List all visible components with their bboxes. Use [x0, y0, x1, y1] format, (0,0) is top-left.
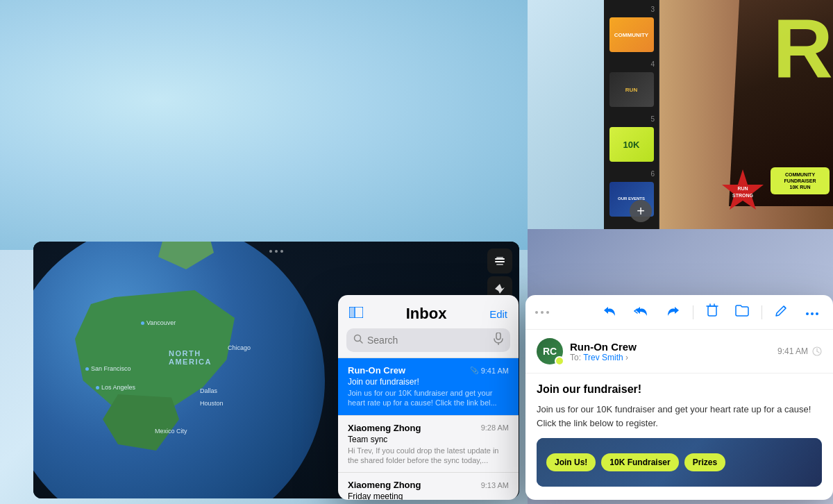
svg-rect-6: [496, 264, 503, 265]
svg-rect-12: [496, 333, 500, 339]
mail-detail-toolbar: [525, 295, 833, 330]
maps-menu-dots[interactable]: [269, 250, 283, 253]
svg-point-19: [806, 312, 809, 315]
city-label-chicago: Chicago: [228, 344, 251, 351]
search-icon: [353, 334, 363, 346]
mail-detail-panel: RC Run-On Crew To: Trev Smith › 9:41 AM: [525, 295, 833, 500]
slide-number-4: 4: [604, 55, 659, 69]
mail-search-bar[interactable]: [346, 328, 510, 352]
svg-rect-5: [496, 257, 503, 258]
attachment-icon-1: 📎: [470, 367, 478, 374]
svg-point-20: [811, 312, 814, 315]
design-big-letter: R: [773, 7, 833, 90]
north-america-label: NORTHAMERICA: [169, 349, 212, 366]
email-time-3: 9:13 AM: [481, 481, 509, 489]
email-subject-1: Join our fundraiser!: [348, 377, 509, 387]
greenland-land: [158, 242, 214, 269]
sender-initials: RC: [543, 346, 557, 357]
svg-line-24: [817, 351, 819, 353]
folder-button[interactable]: [731, 303, 753, 321]
city-label-houston: Houston: [200, 400, 224, 407]
email-subject-2: Team sync: [348, 435, 509, 444]
email-preview-1: Join us for our 10K fundraiser and get y…: [348, 388, 509, 408]
svg-point-21: [816, 312, 818, 315]
mail-inbox-panel: Inbox Edit Run-On Crew 📎: [338, 295, 519, 500]
mail-inbox-header: Inbox Edit: [338, 295, 519, 328]
slide-number-5: 5: [604, 110, 659, 124]
mail-detail-header: RC Run-On Crew To: Trev Smith › 9:41 AM: [525, 330, 833, 373]
email-subject-3: Friday meeting: [348, 492, 509, 500]
search-input[interactable]: [367, 335, 489, 346]
svg-text:RUN: RUN: [737, 186, 748, 191]
toolbar-separator-2: [762, 305, 762, 319]
email-item-3[interactable]: Xiaomeng Zhong 9:13 AM Friday meeting: [338, 472, 519, 500]
email-list: Run-On Crew 📎 9:41 AM Join our fundraise…: [338, 358, 519, 500]
email-body-text: Join us for our 10K fundraiser and get y…: [537, 403, 822, 430]
city-label-dallas: Dallas: [200, 387, 217, 394]
mail-detail-body: Join our fundraiser! Join us for our 10K…: [525, 373, 833, 500]
sender-info: Run-On Crew To: Trev Smith ›: [570, 341, 637, 362]
tag-10k: 10K Fundraiser: [601, 453, 678, 471]
email-sender-2: Xiaomeng Zhong: [348, 423, 421, 433]
email-time-2: 9:28 AM: [481, 423, 509, 432]
design-app-window: 3 COMMUNITY 4 RUN 5 10K 6 OUR EVENTS +: [604, 0, 833, 229]
email-sender-1: Run-On Crew: [348, 365, 405, 376]
mail-sidebar-toggle-icon[interactable]: [349, 307, 363, 321]
add-slide-button[interactable]: +: [630, 200, 652, 222]
slide-thumbnail-4[interactable]: RUN: [609, 72, 654, 107]
design-sticker-run-strong: RUN STRONG: [718, 168, 767, 217]
svg-rect-14: [708, 306, 716, 316]
reply-all-button[interactable]: [629, 303, 654, 321]
to-field: To: Trev Smith ›: [570, 353, 637, 362]
mexico-land: [103, 394, 179, 457]
svg-text:STRONG: STRONG: [732, 193, 754, 198]
mail-toolbar-menu[interactable]: [535, 311, 549, 314]
slide-number-3: 3: [604, 0, 659, 15]
mail-edit-button[interactable]: Edit: [489, 308, 507, 320]
city-label-vancouver: Vancouver: [141, 319, 176, 326]
email-time-1: 9:41 AM: [481, 367, 509, 375]
tag-join-us: Join Us!: [546, 453, 596, 471]
toolbar-separator-1: [693, 305, 693, 319]
avatar-badge: [555, 356, 564, 366]
email-preview-2: Hi Trev, If you could drop the latest up…: [348, 446, 509, 466]
to-name-link[interactable]: Trev Smith: [583, 353, 623, 362]
svg-rect-3: [495, 258, 505, 260]
city-label-los-angeles: Los Angeles: [96, 384, 135, 391]
slide-thumbnail-5[interactable]: 10K: [609, 127, 654, 162]
email-item-2[interactable]: Xiaomeng Zhong 9:28 AM Team sync Hi Trev…: [338, 415, 519, 473]
sender-name: Run-On Crew: [570, 341, 637, 353]
maps-layers-button[interactable]: [487, 249, 512, 274]
svg-line-18: [784, 306, 786, 308]
design-main-canvas: R COMMUNITYFUNDRAISER10K RUN RUN STRONG: [659, 0, 833, 229]
trash-button[interactable]: [702, 302, 723, 322]
email-item-1[interactable]: Run-On Crew 📎 9:41 AM Join our fundraise…: [338, 358, 519, 415]
city-label-mexico-city: Mexico City: [155, 428, 187, 435]
compose-button[interactable]: [771, 302, 793, 322]
earth-globe: [33, 242, 325, 498]
sender-avatar: RC: [537, 338, 563, 364]
reply-button[interactable]: [598, 303, 621, 321]
fundraiser-image-banner: Join Us! 10K Fundraiser Prizes: [537, 438, 822, 487]
maps-toolbar: [487, 249, 512, 301]
email-sender-3: Xiaomeng Zhong: [348, 480, 421, 490]
svg-rect-7: [349, 307, 354, 318]
tag-prizes: Prizes: [684, 453, 725, 471]
svg-rect-4: [495, 261, 505, 262]
email-subject-detail: Join our fundraiser!: [537, 383, 822, 396]
svg-line-11: [360, 341, 363, 344]
design-sidebar: 3 COMMUNITY 4 RUN 5 10K 6 OUR EVENTS +: [604, 0, 659, 229]
city-label-san-francisco: San Francisco: [85, 365, 131, 372]
slide-thumbnail-3[interactable]: COMMUNITY: [609, 17, 654, 52]
more-button[interactable]: [801, 303, 823, 321]
design-sticker-community: COMMUNITYFUNDRAISER10K RUN: [771, 167, 830, 194]
mail-inbox-title: Inbox: [406, 305, 447, 323]
email-timestamp: 9:41 AM: [777, 346, 822, 356]
slide-number-6: 6: [604, 165, 659, 179]
bg-left-gradient: [0, 0, 528, 250]
forward-button[interactable]: [662, 303, 684, 321]
microphone-icon[interactable]: [494, 333, 503, 348]
